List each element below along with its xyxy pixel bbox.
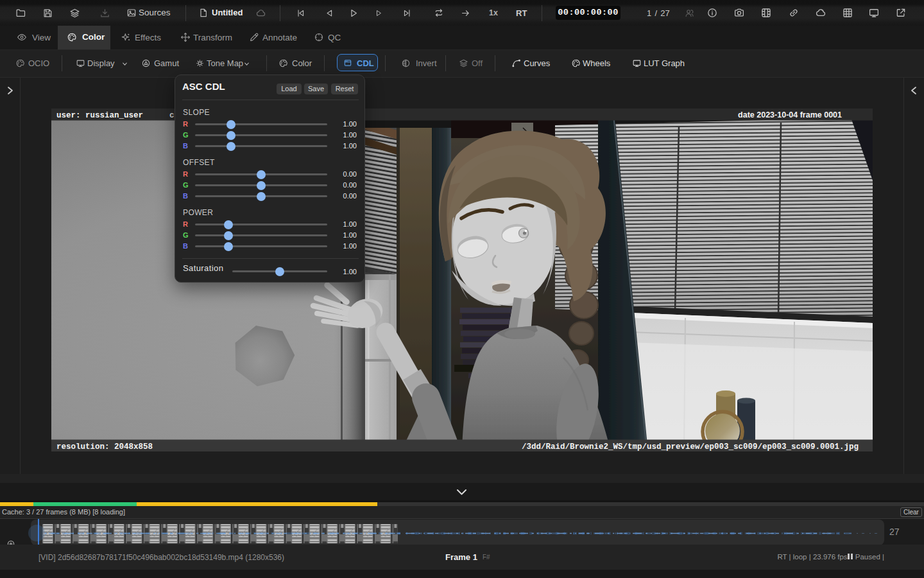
svg-text:c: c: [169, 111, 175, 120]
svg-text:/3dd/Raid/Brownie2_WS/tmp/usd_: /3dd/Raid/Brownie2_WS/tmp/usd_preview/ep…: [522, 442, 859, 451]
svg-text:date 2023-10-04 frame 0001: date 2023-10-04 frame 0001: [738, 110, 842, 119]
svg-text:resolution: 2048x858: resolution: 2048x858: [56, 442, 153, 451]
svg-text:user: russian_user: user: russian_user: [56, 111, 143, 120]
